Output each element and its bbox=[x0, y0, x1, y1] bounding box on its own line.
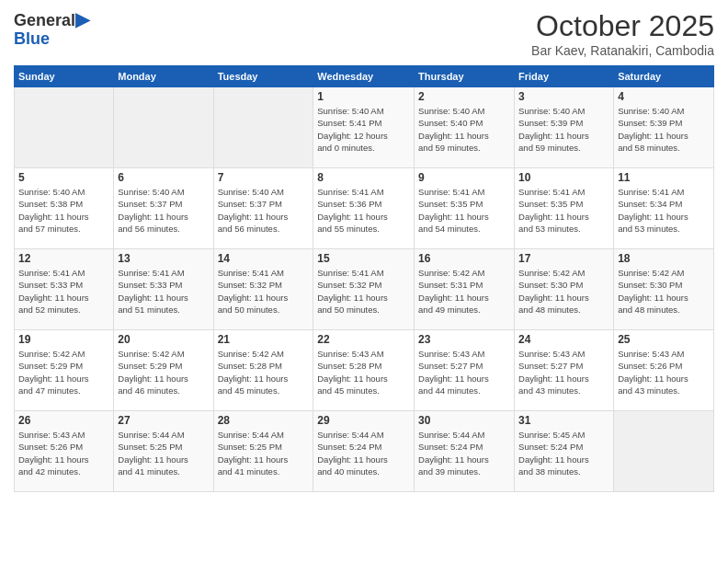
logo-icon-shape: ▶ bbox=[75, 9, 89, 29]
day-info: Sunrise: 5:41 AM Sunset: 5:32 PM Dayligh… bbox=[218, 267, 310, 316]
day-info: Sunrise: 5:43 AM Sunset: 5:28 PM Dayligh… bbox=[317, 348, 410, 396]
calendar-cell: 18Sunrise: 5:42 AM Sunset: 5:30 PM Dayli… bbox=[614, 249, 714, 330]
day-info: Sunrise: 5:40 AM Sunset: 5:37 PM Dayligh… bbox=[118, 186, 209, 235]
day-info: Sunrise: 5:42 AM Sunset: 5:29 PM Dayligh… bbox=[118, 348, 209, 396]
day-number: 4 bbox=[618, 90, 710, 103]
day-number: 11 bbox=[618, 171, 710, 184]
calendar-cell: 6Sunrise: 5:40 AM Sunset: 5:37 PM Daylig… bbox=[114, 168, 213, 249]
calendar-cell: 25Sunrise: 5:43 AM Sunset: 5:26 PM Dayli… bbox=[614, 330, 714, 411]
weekday-header-thursday: Thursday bbox=[415, 66, 515, 87]
day-number: 3 bbox=[518, 90, 609, 103]
calendar-cell: 19Sunrise: 5:42 AM Sunset: 5:29 PM Dayli… bbox=[15, 330, 114, 411]
day-info: Sunrise: 5:40 AM Sunset: 5:39 PM Dayligh… bbox=[618, 105, 710, 154]
calendar-cell: 28Sunrise: 5:44 AM Sunset: 5:25 PM Dayli… bbox=[213, 411, 313, 492]
day-number: 2 bbox=[418, 90, 510, 103]
calendar-cell: 29Sunrise: 5:44 AM Sunset: 5:24 PM Dayli… bbox=[313, 411, 415, 492]
weekday-header-sunday: Sunday bbox=[15, 66, 114, 87]
week-row-5: 26Sunrise: 5:43 AM Sunset: 5:26 PM Dayli… bbox=[15, 411, 714, 492]
calendar-cell: 27Sunrise: 5:44 AM Sunset: 5:25 PM Dayli… bbox=[114, 411, 213, 492]
page: General▶ Blue October 2025 Bar Kaev, Rat… bbox=[0, 0, 728, 501]
weekday-header-saturday: Saturday bbox=[614, 66, 714, 87]
day-info: Sunrise: 5:41 AM Sunset: 5:32 PM Dayligh… bbox=[317, 267, 410, 316]
day-info: Sunrise: 5:41 AM Sunset: 5:33 PM Dayligh… bbox=[118, 267, 209, 316]
day-info: Sunrise: 5:41 AM Sunset: 5:36 PM Dayligh… bbox=[317, 186, 410, 235]
day-info: Sunrise: 5:43 AM Sunset: 5:26 PM Dayligh… bbox=[18, 429, 109, 477]
weekday-header-row: SundayMondayTuesdayWednesdayThursdayFrid… bbox=[15, 66, 714, 87]
day-info: Sunrise: 5:40 AM Sunset: 5:39 PM Dayligh… bbox=[518, 105, 609, 154]
calendar-cell: 15Sunrise: 5:41 AM Sunset: 5:32 PM Dayli… bbox=[313, 249, 415, 330]
day-number: 8 bbox=[317, 171, 410, 184]
day-number: 13 bbox=[118, 252, 209, 265]
logo-blue: Blue bbox=[14, 29, 50, 48]
day-number: 23 bbox=[418, 333, 510, 346]
calendar-cell: 9Sunrise: 5:41 AM Sunset: 5:35 PM Daylig… bbox=[415, 168, 515, 249]
weekday-header-monday: Monday bbox=[114, 66, 213, 87]
calendar-cell: 3Sunrise: 5:40 AM Sunset: 5:39 PM Daylig… bbox=[515, 87, 614, 168]
calendar-cell bbox=[15, 87, 114, 168]
day-info: Sunrise: 5:44 AM Sunset: 5:25 PM Dayligh… bbox=[218, 429, 310, 477]
calendar-cell: 13Sunrise: 5:41 AM Sunset: 5:33 PM Dayli… bbox=[114, 249, 213, 330]
day-number: 15 bbox=[317, 252, 410, 265]
day-number: 18 bbox=[618, 252, 710, 265]
day-number: 6 bbox=[118, 171, 209, 184]
calendar-cell: 4Sunrise: 5:40 AM Sunset: 5:39 PM Daylig… bbox=[614, 87, 714, 168]
day-number: 27 bbox=[118, 414, 209, 427]
calendar-cell: 30Sunrise: 5:44 AM Sunset: 5:24 PM Dayli… bbox=[415, 411, 515, 492]
day-number: 29 bbox=[317, 414, 410, 427]
calendar-cell: 24Sunrise: 5:43 AM Sunset: 5:27 PM Dayli… bbox=[515, 330, 614, 411]
day-info: Sunrise: 5:41 AM Sunset: 5:34 PM Dayligh… bbox=[618, 186, 710, 235]
header: General▶ Blue October 2025 Bar Kaev, Rat… bbox=[14, 9, 714, 58]
month-title: October 2025 bbox=[531, 9, 714, 43]
day-info: Sunrise: 5:44 AM Sunset: 5:25 PM Dayligh… bbox=[118, 429, 209, 477]
day-number: 9 bbox=[418, 171, 510, 184]
weekday-header-friday: Friday bbox=[515, 66, 614, 87]
day-info: Sunrise: 5:40 AM Sunset: 5:38 PM Dayligh… bbox=[18, 186, 109, 235]
calendar-cell: 23Sunrise: 5:43 AM Sunset: 5:27 PM Dayli… bbox=[415, 330, 515, 411]
day-number: 30 bbox=[418, 414, 510, 427]
week-row-2: 5Sunrise: 5:40 AM Sunset: 5:38 PM Daylig… bbox=[15, 168, 714, 249]
day-info: Sunrise: 5:43 AM Sunset: 5:27 PM Dayligh… bbox=[518, 348, 609, 396]
calendar-cell: 21Sunrise: 5:42 AM Sunset: 5:28 PM Dayli… bbox=[213, 330, 313, 411]
day-number: 26 bbox=[18, 414, 109, 427]
day-info: Sunrise: 5:40 AM Sunset: 5:37 PM Dayligh… bbox=[218, 186, 310, 235]
calendar-cell: 31Sunrise: 5:45 AM Sunset: 5:24 PM Dayli… bbox=[515, 411, 614, 492]
day-number: 17 bbox=[518, 252, 609, 265]
day-number: 7 bbox=[218, 171, 310, 184]
day-info: Sunrise: 5:42 AM Sunset: 5:29 PM Dayligh… bbox=[18, 348, 109, 396]
calendar-cell bbox=[114, 87, 213, 168]
day-number: 1 bbox=[317, 90, 410, 103]
day-info: Sunrise: 5:45 AM Sunset: 5:24 PM Dayligh… bbox=[518, 429, 609, 477]
logo-general: General bbox=[14, 11, 75, 29]
calendar-cell bbox=[614, 411, 714, 492]
day-info: Sunrise: 5:42 AM Sunset: 5:30 PM Dayligh… bbox=[518, 267, 609, 316]
logo: General▶ Blue bbox=[14, 9, 89, 49]
week-row-3: 12Sunrise: 5:41 AM Sunset: 5:33 PM Dayli… bbox=[15, 249, 714, 330]
calendar-cell: 12Sunrise: 5:41 AM Sunset: 5:33 PM Dayli… bbox=[15, 249, 114, 330]
day-number: 14 bbox=[218, 252, 310, 265]
day-number: 28 bbox=[218, 414, 310, 427]
day-number: 24 bbox=[518, 333, 609, 346]
calendar-cell: 8Sunrise: 5:41 AM Sunset: 5:36 PM Daylig… bbox=[313, 168, 415, 249]
day-number: 12 bbox=[18, 252, 109, 265]
day-number: 25 bbox=[618, 333, 710, 346]
calendar-table: SundayMondayTuesdayWednesdayThursdayFrid… bbox=[14, 65, 714, 492]
calendar-cell: 11Sunrise: 5:41 AM Sunset: 5:34 PM Dayli… bbox=[614, 168, 714, 249]
day-info: Sunrise: 5:43 AM Sunset: 5:26 PM Dayligh… bbox=[618, 348, 710, 396]
calendar-cell: 7Sunrise: 5:40 AM Sunset: 5:37 PM Daylig… bbox=[213, 168, 313, 249]
location-subtitle: Bar Kaev, Ratanakiri, Cambodia bbox=[531, 43, 714, 58]
day-number: 5 bbox=[18, 171, 109, 184]
day-info: Sunrise: 5:42 AM Sunset: 5:31 PM Dayligh… bbox=[418, 267, 510, 316]
weekday-header-tuesday: Tuesday bbox=[213, 66, 313, 87]
day-info: Sunrise: 5:40 AM Sunset: 5:41 PM Dayligh… bbox=[317, 105, 410, 154]
day-number: 10 bbox=[518, 171, 609, 184]
calendar-cell bbox=[213, 87, 313, 168]
calendar-cell: 17Sunrise: 5:42 AM Sunset: 5:30 PM Dayli… bbox=[515, 249, 614, 330]
day-number: 20 bbox=[118, 333, 209, 346]
title-block: October 2025 Bar Kaev, Ratanakiri, Cambo… bbox=[531, 9, 714, 58]
day-number: 16 bbox=[418, 252, 510, 265]
day-number: 21 bbox=[218, 333, 310, 346]
weekday-header-wednesday: Wednesday bbox=[313, 66, 415, 87]
calendar-cell: 10Sunrise: 5:41 AM Sunset: 5:35 PM Dayli… bbox=[515, 168, 614, 249]
calendar-cell: 20Sunrise: 5:42 AM Sunset: 5:29 PM Dayli… bbox=[114, 330, 213, 411]
day-info: Sunrise: 5:43 AM Sunset: 5:27 PM Dayligh… bbox=[418, 348, 510, 396]
